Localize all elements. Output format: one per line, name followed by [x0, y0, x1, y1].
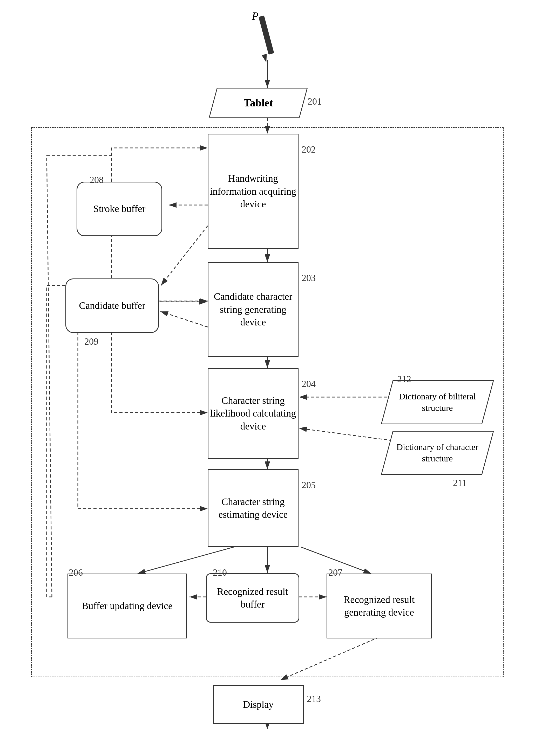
recognized-result-buffer-ref: 210 — [213, 567, 227, 578]
likelihood-box: Character string likelihood calculating … — [208, 368, 298, 459]
diagram-container: P Tablet 201 Handwriting information acq… — [0, 0, 535, 756]
candidate-gen-ref: 203 — [302, 273, 316, 284]
recognized-result-gen-box: Recognized result generating device — [326, 574, 432, 638]
stroke-buffer-ref: 208 — [90, 175, 103, 185]
dict-character-box: Dictionary of character structure — [381, 431, 494, 475]
tablet-ref: 201 — [308, 96, 322, 107]
tablet-box: Tablet — [209, 88, 308, 118]
handwriting-ref: 202 — [302, 144, 316, 155]
buffer-updating-ref: 206 — [69, 567, 83, 578]
estimating-box: Character string estimating device — [208, 469, 298, 547]
display-box: Display — [213, 685, 304, 724]
candidate-buffer-ref: 209 — [84, 336, 99, 347]
stroke-buffer-box: Stroke buffer — [76, 182, 162, 236]
candidate-gen-box: Candidate character string generating de… — [208, 262, 298, 357]
recognized-result-gen-ref: 207 — [328, 567, 342, 578]
svg-marker-22 — [262, 54, 269, 63]
buffer-updating-box: Buffer updating device — [68, 574, 187, 638]
dict-character-ref: 211 — [453, 477, 467, 488]
dict-biliteral-box: Dictionary of biliteral structure — [381, 380, 494, 424]
pen-svg — [252, 15, 283, 73]
recognized-result-buffer-box: Recognized result buffer — [206, 573, 299, 623]
handwriting-box: Handwriting information acquiring device — [208, 134, 298, 249]
svg-rect-21 — [259, 15, 274, 55]
candidate-buffer-box: Candidate buffer — [66, 279, 159, 333]
likelihood-ref: 204 — [302, 378, 316, 389]
display-ref: 213 — [307, 693, 321, 704]
estimating-ref: 205 — [302, 480, 316, 491]
dict-biliteral-ref: 212 — [397, 374, 411, 385]
